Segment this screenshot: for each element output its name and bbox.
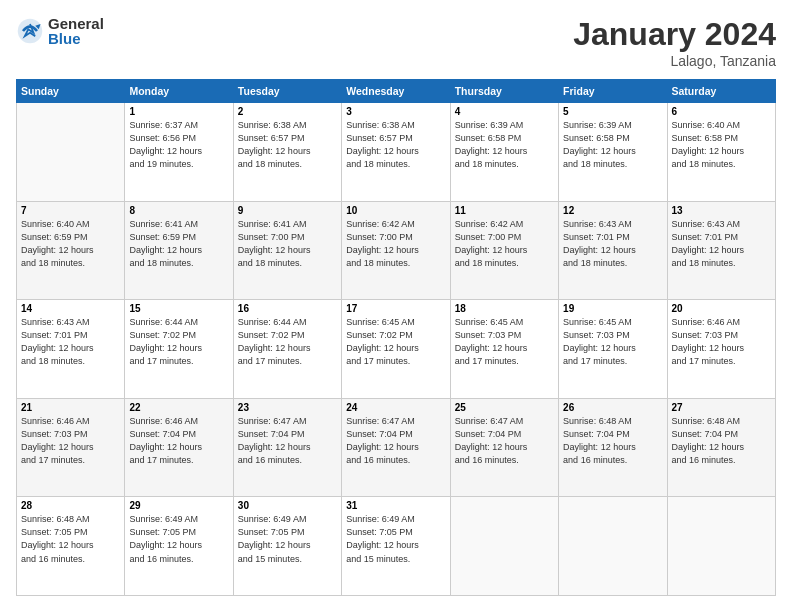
day-number: 4	[455, 106, 554, 117]
calendar-cell	[559, 497, 667, 596]
calendar-cell: 14Sunrise: 6:43 AM Sunset: 7:01 PM Dayli…	[17, 300, 125, 399]
day-number: 2	[238, 106, 337, 117]
page-header: General Blue January 2024 Lalago, Tanzan…	[16, 16, 776, 69]
day-number: 15	[129, 303, 228, 314]
day-number: 10	[346, 205, 445, 216]
calendar-cell: 24Sunrise: 6:47 AM Sunset: 7:04 PM Dayli…	[342, 398, 450, 497]
weekday-header-sunday: Sunday	[17, 80, 125, 103]
day-number: 24	[346, 402, 445, 413]
weekday-header-wednesday: Wednesday	[342, 80, 450, 103]
day-number: 12	[563, 205, 662, 216]
calendar-cell: 7Sunrise: 6:40 AM Sunset: 6:59 PM Daylig…	[17, 201, 125, 300]
day-number: 17	[346, 303, 445, 314]
day-number: 28	[21, 500, 120, 511]
day-detail: Sunrise: 6:40 AM Sunset: 6:58 PM Dayligh…	[672, 119, 771, 171]
day-detail: Sunrise: 6:41 AM Sunset: 6:59 PM Dayligh…	[129, 218, 228, 270]
day-number: 14	[21, 303, 120, 314]
day-number: 8	[129, 205, 228, 216]
calendar-cell: 30Sunrise: 6:49 AM Sunset: 7:05 PM Dayli…	[233, 497, 341, 596]
day-detail: Sunrise: 6:43 AM Sunset: 7:01 PM Dayligh…	[672, 218, 771, 270]
day-detail: Sunrise: 6:47 AM Sunset: 7:04 PM Dayligh…	[346, 415, 445, 467]
day-number: 30	[238, 500, 337, 511]
calendar-week-row: 1Sunrise: 6:37 AM Sunset: 6:56 PM Daylig…	[17, 103, 776, 202]
calendar-cell: 4Sunrise: 6:39 AM Sunset: 6:58 PM Daylig…	[450, 103, 558, 202]
weekday-header-tuesday: Tuesday	[233, 80, 341, 103]
day-detail: Sunrise: 6:45 AM Sunset: 7:03 PM Dayligh…	[455, 316, 554, 368]
logo-general-text: General	[48, 16, 104, 31]
calendar-cell: 1Sunrise: 6:37 AM Sunset: 6:56 PM Daylig…	[125, 103, 233, 202]
weekday-header-friday: Friday	[559, 80, 667, 103]
day-number: 22	[129, 402, 228, 413]
calendar-cell: 18Sunrise: 6:45 AM Sunset: 7:03 PM Dayli…	[450, 300, 558, 399]
calendar-cell: 23Sunrise: 6:47 AM Sunset: 7:04 PM Dayli…	[233, 398, 341, 497]
day-detail: Sunrise: 6:42 AM Sunset: 7:00 PM Dayligh…	[346, 218, 445, 270]
day-number: 25	[455, 402, 554, 413]
day-detail: Sunrise: 6:48 AM Sunset: 7:04 PM Dayligh…	[672, 415, 771, 467]
calendar-cell: 5Sunrise: 6:39 AM Sunset: 6:58 PM Daylig…	[559, 103, 667, 202]
month-title: January 2024	[573, 16, 776, 53]
day-detail: Sunrise: 6:41 AM Sunset: 7:00 PM Dayligh…	[238, 218, 337, 270]
day-detail: Sunrise: 6:46 AM Sunset: 7:03 PM Dayligh…	[672, 316, 771, 368]
day-detail: Sunrise: 6:38 AM Sunset: 6:57 PM Dayligh…	[346, 119, 445, 171]
day-number: 18	[455, 303, 554, 314]
day-number: 3	[346, 106, 445, 117]
calendar-week-row: 28Sunrise: 6:48 AM Sunset: 7:05 PM Dayli…	[17, 497, 776, 596]
day-detail: Sunrise: 6:43 AM Sunset: 7:01 PM Dayligh…	[563, 218, 662, 270]
day-number: 5	[563, 106, 662, 117]
calendar-cell: 27Sunrise: 6:48 AM Sunset: 7:04 PM Dayli…	[667, 398, 775, 497]
calendar-cell	[17, 103, 125, 202]
day-detail: Sunrise: 6:45 AM Sunset: 7:02 PM Dayligh…	[346, 316, 445, 368]
day-number: 11	[455, 205, 554, 216]
calendar-cell: 16Sunrise: 6:44 AM Sunset: 7:02 PM Dayli…	[233, 300, 341, 399]
calendar-table: SundayMondayTuesdayWednesdayThursdayFrid…	[16, 79, 776, 596]
day-detail: Sunrise: 6:37 AM Sunset: 6:56 PM Dayligh…	[129, 119, 228, 171]
day-number: 29	[129, 500, 228, 511]
title-block: January 2024 Lalago, Tanzania	[573, 16, 776, 69]
calendar-cell: 21Sunrise: 6:46 AM Sunset: 7:03 PM Dayli…	[17, 398, 125, 497]
day-detail: Sunrise: 6:47 AM Sunset: 7:04 PM Dayligh…	[455, 415, 554, 467]
weekday-header-monday: Monday	[125, 80, 233, 103]
day-number: 6	[672, 106, 771, 117]
calendar-cell: 9Sunrise: 6:41 AM Sunset: 7:00 PM Daylig…	[233, 201, 341, 300]
calendar-cell	[450, 497, 558, 596]
day-detail: Sunrise: 6:48 AM Sunset: 7:05 PM Dayligh…	[21, 513, 120, 565]
day-detail: Sunrise: 6:44 AM Sunset: 7:02 PM Dayligh…	[129, 316, 228, 368]
calendar-cell: 17Sunrise: 6:45 AM Sunset: 7:02 PM Dayli…	[342, 300, 450, 399]
day-detail: Sunrise: 6:39 AM Sunset: 6:58 PM Dayligh…	[455, 119, 554, 171]
day-number: 20	[672, 303, 771, 314]
calendar-cell: 10Sunrise: 6:42 AM Sunset: 7:00 PM Dayli…	[342, 201, 450, 300]
calendar-cell: 3Sunrise: 6:38 AM Sunset: 6:57 PM Daylig…	[342, 103, 450, 202]
calendar-cell: 19Sunrise: 6:45 AM Sunset: 7:03 PM Dayli…	[559, 300, 667, 399]
calendar-cell: 26Sunrise: 6:48 AM Sunset: 7:04 PM Dayli…	[559, 398, 667, 497]
day-detail: Sunrise: 6:42 AM Sunset: 7:00 PM Dayligh…	[455, 218, 554, 270]
day-detail: Sunrise: 6:46 AM Sunset: 7:04 PM Dayligh…	[129, 415, 228, 467]
calendar-cell: 25Sunrise: 6:47 AM Sunset: 7:04 PM Dayli…	[450, 398, 558, 497]
day-detail: Sunrise: 6:49 AM Sunset: 7:05 PM Dayligh…	[238, 513, 337, 565]
day-number: 26	[563, 402, 662, 413]
day-number: 27	[672, 402, 771, 413]
day-number: 16	[238, 303, 337, 314]
calendar-cell: 15Sunrise: 6:44 AM Sunset: 7:02 PM Dayli…	[125, 300, 233, 399]
calendar-cell: 31Sunrise: 6:49 AM Sunset: 7:05 PM Dayli…	[342, 497, 450, 596]
logo: General Blue	[16, 16, 104, 46]
calendar-cell: 13Sunrise: 6:43 AM Sunset: 7:01 PM Dayli…	[667, 201, 775, 300]
calendar-week-row: 21Sunrise: 6:46 AM Sunset: 7:03 PM Dayli…	[17, 398, 776, 497]
day-number: 19	[563, 303, 662, 314]
calendar-cell: 6Sunrise: 6:40 AM Sunset: 6:58 PM Daylig…	[667, 103, 775, 202]
location: Lalago, Tanzania	[573, 53, 776, 69]
logo-icon	[16, 17, 44, 45]
day-number: 23	[238, 402, 337, 413]
calendar-cell: 20Sunrise: 6:46 AM Sunset: 7:03 PM Dayli…	[667, 300, 775, 399]
calendar-cell: 29Sunrise: 6:49 AM Sunset: 7:05 PM Dayli…	[125, 497, 233, 596]
day-number: 7	[21, 205, 120, 216]
calendar-cell: 2Sunrise: 6:38 AM Sunset: 6:57 PM Daylig…	[233, 103, 341, 202]
calendar-cell: 11Sunrise: 6:42 AM Sunset: 7:00 PM Dayli…	[450, 201, 558, 300]
calendar-header-row: SundayMondayTuesdayWednesdayThursdayFrid…	[17, 80, 776, 103]
day-number: 1	[129, 106, 228, 117]
logo-blue-text: Blue	[48, 31, 104, 46]
day-detail: Sunrise: 6:49 AM Sunset: 7:05 PM Dayligh…	[346, 513, 445, 565]
day-detail: Sunrise: 6:43 AM Sunset: 7:01 PM Dayligh…	[21, 316, 120, 368]
day-detail: Sunrise: 6:40 AM Sunset: 6:59 PM Dayligh…	[21, 218, 120, 270]
day-number: 13	[672, 205, 771, 216]
weekday-header-thursday: Thursday	[450, 80, 558, 103]
